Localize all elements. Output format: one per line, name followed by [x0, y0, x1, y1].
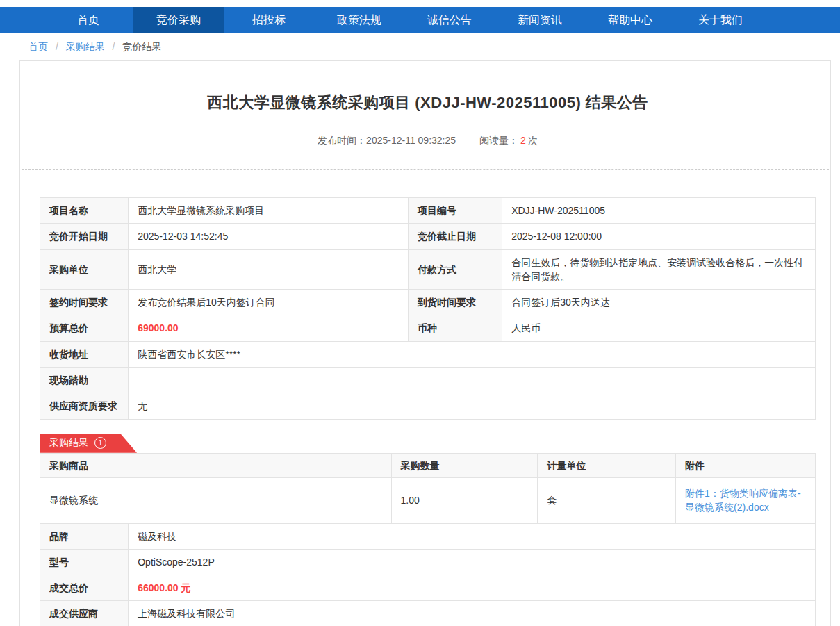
field-value: XDJJ-HW-202511005 — [502, 198, 816, 224]
table-row: 竞价开始日期 2025-12-03 14:52:45 竞价截止日期 2025-1… — [40, 224, 816, 249]
table-header-row: 采购商品 采购数量 计量单位 附件 — [40, 453, 816, 477]
product-quantity: 1.00 — [391, 477, 538, 523]
project-info-table: 项目名称 西北大学显微镜系统采购项目 项目编号 XDJJ-HW-20251100… — [40, 197, 816, 420]
nav-item-help-center[interactable]: 帮助中心 — [585, 7, 675, 33]
breadcrumb-separator: / — [113, 41, 115, 52]
field-value: 发布竞价结果后10天内签订合同 — [129, 290, 409, 315]
field-label: 竞价截止日期 — [409, 224, 502, 249]
field-value: 合同签订后30天内送达 — [502, 290, 816, 315]
field-value: 西北大学 — [129, 249, 409, 290]
nav-item-home[interactable]: 首页 — [43, 7, 133, 33]
column-header-quantity: 采购数量 — [391, 453, 538, 477]
product-name: 显微镜系统 — [40, 477, 392, 523]
field-label: 收货地址 — [40, 341, 129, 367]
field-label: 品牌 — [40, 523, 129, 549]
page-title: 西北大学显微镜系统采购项目 (XDJJ-HW-202511005) 结果公告 — [40, 92, 816, 113]
views-label: 阅读量： — [479, 135, 518, 146]
result-count-badge: 1 — [94, 437, 106, 449]
field-label: 付款方式 — [409, 249, 502, 290]
table-row: 供应商资质要求 无 — [40, 393, 816, 419]
table-row: 成交供应商 上海磁及科技有限公司 — [40, 601, 816, 626]
nav-item-integrity-notices[interactable]: 诚信公告 — [404, 7, 495, 33]
field-value: 上海磁及科技有限公司 — [129, 601, 816, 626]
field-label: 到货时间要求 — [409, 290, 502, 315]
views-unit: 次 — [528, 135, 538, 146]
publish-time-value: 2025-12-11 09:32:25 — [366, 135, 456, 146]
breadcrumb-current: 竞价结果 — [122, 41, 161, 52]
field-value: 人民币 — [502, 315, 816, 341]
field-value: 无 — [129, 393, 816, 419]
field-label: 项目编号 — [409, 198, 502, 224]
field-label: 成交供应商 — [40, 601, 129, 626]
breadcrumb-separator: / — [56, 41, 58, 52]
table-row: 品牌 磁及科技 — [40, 523, 816, 549]
field-label: 采购单位 — [40, 249, 129, 290]
table-row: 型号 OptiScope-2512P — [40, 549, 816, 575]
field-label: 项目名称 — [40, 198, 129, 224]
table-row: 项目名称 西北大学显微镜系统采购项目 项目编号 XDJJ-HW-20251100… — [40, 198, 816, 224]
table-row: 预算总价 69000.00 币种 人民币 — [40, 315, 816, 341]
procurement-result-label: 采购结果 — [49, 437, 88, 450]
nav-item-about-us[interactable]: 关于我们 — [675, 7, 766, 33]
field-label: 币种 — [409, 315, 502, 341]
table-row: 收货地址 陕西省西安市长安区**** — [40, 341, 816, 367]
table-row: 现场踏勘 — [40, 368, 816, 393]
main-nav: 首页 竞价采购 招投标 政策法规 诚信公告 新闻资讯 帮助中心 关于我们 — [0, 7, 840, 33]
budget-total-price: 69000.00 — [129, 315, 409, 341]
nav-item-bidding-procurement[interactable]: 竞价采购 — [133, 7, 224, 33]
field-value — [129, 368, 816, 393]
nav-item-policies[interactable]: 政策法规 — [314, 7, 404, 33]
field-label: 现场踏勘 — [40, 368, 129, 393]
breadcrumb: 首页 / 采购结果 / 竞价结果 — [0, 33, 840, 60]
column-header-unit: 计量单位 — [538, 453, 676, 477]
field-value: 2025-12-03 14:52:45 — [129, 224, 409, 249]
column-header-product: 采购商品 — [40, 453, 392, 477]
procurement-result-tag: 采购结果 1 — [40, 434, 137, 453]
breadcrumb-procurement-results[interactable]: 采购结果 — [66, 41, 105, 52]
field-label: 竞价开始日期 — [40, 224, 129, 249]
publish-time-label: 发布时间： — [318, 135, 366, 146]
field-label: 型号 — [40, 549, 129, 575]
table-row: 采购单位 西北大学 付款方式 合同生效后，待货物到达指定地点、安装调试验收合格后… — [40, 249, 816, 290]
field-label: 成交总价 — [40, 575, 129, 601]
nav-item-tendering[interactable]: 招投标 — [224, 7, 314, 33]
award-detail-table: 品牌 磁及科技 型号 OptiScope-2512P 成交总价 66000.00… — [40, 523, 816, 626]
article-meta: 发布时间：2025-12-11 09:32:25阅读量：2次 — [40, 135, 816, 147]
nav-item-news[interactable]: 新闻资讯 — [495, 7, 585, 33]
field-value: 陕西省西安市长安区**** — [129, 341, 816, 367]
content-card: 西北大学显微镜系统采购项目 (XDJJ-HW-202511005) 结果公告 发… — [19, 60, 831, 626]
product-unit: 套 — [538, 477, 676, 523]
attachment-link[interactable]: 附件1：货物类响应偏离表-显微镜系统(2).docx — [685, 486, 806, 515]
breadcrumb-home[interactable]: 首页 — [28, 41, 48, 52]
field-label: 签约时间要求 — [40, 290, 129, 315]
table-row: 成交总价 66000.00 元 — [40, 575, 816, 601]
field-label: 预算总价 — [40, 315, 129, 341]
field-label: 供应商资质要求 — [40, 393, 129, 419]
field-value: OptiScope-2512P — [129, 549, 816, 575]
table-row: 签约时间要求 发布竞价结果后10天内签订合同 到货时间要求 合同签订后30天内送… — [40, 290, 816, 315]
field-value: 2025-12-08 12:00:00 — [502, 224, 816, 249]
dashed-divider — [22, 169, 829, 170]
views-count: 2 — [520, 135, 526, 146]
award-total-price: 66000.00 元 — [129, 575, 816, 601]
field-value: 西北大学显微镜系统采购项目 — [129, 198, 409, 224]
column-header-attachment: 附件 — [676, 453, 816, 477]
top-strip — [0, 0, 840, 7]
procurement-result-table: 采购商品 采购数量 计量单位 附件 显微镜系统 1.00 套 附件1：货物类响应… — [40, 453, 816, 524]
field-value: 磁及科技 — [129, 523, 816, 549]
table-row: 显微镜系统 1.00 套 附件1：货物类响应偏离表-显微镜系统(2).docx — [40, 477, 816, 523]
field-value: 合同生效后，待货物到达指定地点、安装调试验收合格后，一次性付清合同货款。 — [502, 249, 816, 290]
